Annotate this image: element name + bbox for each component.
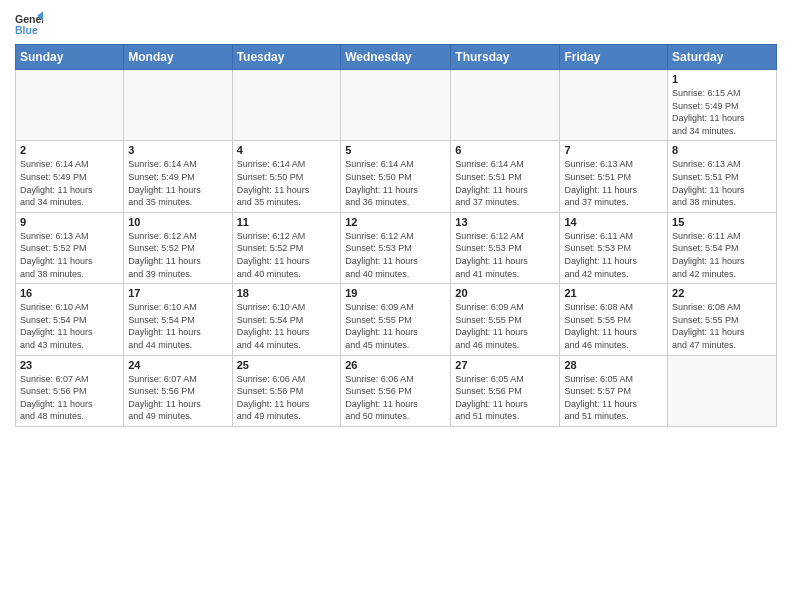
calendar-day-cell: 19Sunrise: 6:09 AM Sunset: 5:55 PM Dayli… xyxy=(341,284,451,355)
calendar-day-cell: 2Sunrise: 6:14 AM Sunset: 5:49 PM Daylig… xyxy=(16,141,124,212)
calendar-day-cell: 1Sunrise: 6:15 AM Sunset: 5:49 PM Daylig… xyxy=(668,70,777,141)
calendar-day-cell: 22Sunrise: 6:08 AM Sunset: 5:55 PM Dayli… xyxy=(668,284,777,355)
day-info: Sunrise: 6:14 AM Sunset: 5:49 PM Dayligh… xyxy=(128,158,227,208)
calendar-day-cell: 13Sunrise: 6:12 AM Sunset: 5:53 PM Dayli… xyxy=(451,212,560,283)
day-number: 26 xyxy=(345,359,446,371)
day-number: 16 xyxy=(20,287,119,299)
day-info: Sunrise: 6:10 AM Sunset: 5:54 PM Dayligh… xyxy=(20,301,119,351)
day-number: 20 xyxy=(455,287,555,299)
calendar-day-cell xyxy=(668,355,777,426)
day-number: 24 xyxy=(128,359,227,371)
day-info: Sunrise: 6:07 AM Sunset: 5:56 PM Dayligh… xyxy=(128,373,227,423)
day-info: Sunrise: 6:06 AM Sunset: 5:56 PM Dayligh… xyxy=(237,373,337,423)
day-info: Sunrise: 6:11 AM Sunset: 5:53 PM Dayligh… xyxy=(564,230,663,280)
day-info: Sunrise: 6:08 AM Sunset: 5:55 PM Dayligh… xyxy=(564,301,663,351)
day-number: 12 xyxy=(345,216,446,228)
day-info: Sunrise: 6:12 AM Sunset: 5:53 PM Dayligh… xyxy=(345,230,446,280)
weekday-header-saturday: Saturday xyxy=(668,45,777,70)
day-info: Sunrise: 6:06 AM Sunset: 5:56 PM Dayligh… xyxy=(345,373,446,423)
weekday-header-monday: Monday xyxy=(124,45,232,70)
calendar-day-cell: 24Sunrise: 6:07 AM Sunset: 5:56 PM Dayli… xyxy=(124,355,232,426)
calendar-day-cell: 23Sunrise: 6:07 AM Sunset: 5:56 PM Dayli… xyxy=(16,355,124,426)
calendar-day-cell: 18Sunrise: 6:10 AM Sunset: 5:54 PM Dayli… xyxy=(232,284,341,355)
day-info: Sunrise: 6:08 AM Sunset: 5:55 PM Dayligh… xyxy=(672,301,772,351)
day-info: Sunrise: 6:05 AM Sunset: 5:57 PM Dayligh… xyxy=(564,373,663,423)
day-number: 6 xyxy=(455,144,555,156)
day-number: 4 xyxy=(237,144,337,156)
day-info: Sunrise: 6:15 AM Sunset: 5:49 PM Dayligh… xyxy=(672,87,772,137)
calendar-day-cell xyxy=(124,70,232,141)
calendar-day-cell: 28Sunrise: 6:05 AM Sunset: 5:57 PM Dayli… xyxy=(560,355,668,426)
day-info: Sunrise: 6:11 AM Sunset: 5:54 PM Dayligh… xyxy=(672,230,772,280)
day-number: 23 xyxy=(20,359,119,371)
calendar-day-cell: 6Sunrise: 6:14 AM Sunset: 5:51 PM Daylig… xyxy=(451,141,560,212)
day-info: Sunrise: 6:09 AM Sunset: 5:55 PM Dayligh… xyxy=(455,301,555,351)
day-info: Sunrise: 6:12 AM Sunset: 5:52 PM Dayligh… xyxy=(128,230,227,280)
day-info: Sunrise: 6:07 AM Sunset: 5:56 PM Dayligh… xyxy=(20,373,119,423)
calendar-day-cell: 11Sunrise: 6:12 AM Sunset: 5:52 PM Dayli… xyxy=(232,212,341,283)
weekday-header-sunday: Sunday xyxy=(16,45,124,70)
calendar-day-cell: 17Sunrise: 6:10 AM Sunset: 5:54 PM Dayli… xyxy=(124,284,232,355)
day-number: 27 xyxy=(455,359,555,371)
calendar-day-cell: 5Sunrise: 6:14 AM Sunset: 5:50 PM Daylig… xyxy=(341,141,451,212)
day-number: 7 xyxy=(564,144,663,156)
calendar-day-cell: 14Sunrise: 6:11 AM Sunset: 5:53 PM Dayli… xyxy=(560,212,668,283)
day-number: 5 xyxy=(345,144,446,156)
day-number: 11 xyxy=(237,216,337,228)
day-info: Sunrise: 6:13 AM Sunset: 5:51 PM Dayligh… xyxy=(672,158,772,208)
day-number: 21 xyxy=(564,287,663,299)
calendar-day-cell: 4Sunrise: 6:14 AM Sunset: 5:50 PM Daylig… xyxy=(232,141,341,212)
day-number: 8 xyxy=(672,144,772,156)
calendar-day-cell: 25Sunrise: 6:06 AM Sunset: 5:56 PM Dayli… xyxy=(232,355,341,426)
day-info: Sunrise: 6:12 AM Sunset: 5:52 PM Dayligh… xyxy=(237,230,337,280)
day-info: Sunrise: 6:13 AM Sunset: 5:52 PM Dayligh… xyxy=(20,230,119,280)
calendar-day-cell: 21Sunrise: 6:08 AM Sunset: 5:55 PM Dayli… xyxy=(560,284,668,355)
calendar-day-cell: 27Sunrise: 6:05 AM Sunset: 5:56 PM Dayli… xyxy=(451,355,560,426)
svg-text:General: General xyxy=(15,13,43,25)
calendar-table: SundayMondayTuesdayWednesdayThursdayFrid… xyxy=(15,44,777,427)
logo: General Blue xyxy=(15,10,43,38)
calendar-day-cell: 3Sunrise: 6:14 AM Sunset: 5:49 PM Daylig… xyxy=(124,141,232,212)
day-info: Sunrise: 6:14 AM Sunset: 5:50 PM Dayligh… xyxy=(237,158,337,208)
svg-text:Blue: Blue xyxy=(15,24,38,36)
day-number: 22 xyxy=(672,287,772,299)
calendar-week-row: 9Sunrise: 6:13 AM Sunset: 5:52 PM Daylig… xyxy=(16,212,777,283)
calendar-day-cell: 20Sunrise: 6:09 AM Sunset: 5:55 PM Dayli… xyxy=(451,284,560,355)
calendar-day-cell xyxy=(232,70,341,141)
day-info: Sunrise: 6:09 AM Sunset: 5:55 PM Dayligh… xyxy=(345,301,446,351)
calendar-day-cell xyxy=(560,70,668,141)
day-info: Sunrise: 6:12 AM Sunset: 5:53 PM Dayligh… xyxy=(455,230,555,280)
day-number: 19 xyxy=(345,287,446,299)
day-number: 10 xyxy=(128,216,227,228)
day-info: Sunrise: 6:14 AM Sunset: 5:50 PM Dayligh… xyxy=(345,158,446,208)
calendar-day-cell: 26Sunrise: 6:06 AM Sunset: 5:56 PM Dayli… xyxy=(341,355,451,426)
calendar-day-cell: 9Sunrise: 6:13 AM Sunset: 5:52 PM Daylig… xyxy=(16,212,124,283)
calendar-day-cell: 16Sunrise: 6:10 AM Sunset: 5:54 PM Dayli… xyxy=(16,284,124,355)
day-info: Sunrise: 6:10 AM Sunset: 5:54 PM Dayligh… xyxy=(128,301,227,351)
day-number: 17 xyxy=(128,287,227,299)
calendar-day-cell: 15Sunrise: 6:11 AM Sunset: 5:54 PM Dayli… xyxy=(668,212,777,283)
calendar-day-cell xyxy=(341,70,451,141)
calendar-week-row: 1Sunrise: 6:15 AM Sunset: 5:49 PM Daylig… xyxy=(16,70,777,141)
day-number: 2 xyxy=(20,144,119,156)
calendar-day-cell: 10Sunrise: 6:12 AM Sunset: 5:52 PM Dayli… xyxy=(124,212,232,283)
page: General Blue SundayMondayTuesdayWednesda… xyxy=(0,0,792,437)
calendar-day-cell: 8Sunrise: 6:13 AM Sunset: 5:51 PM Daylig… xyxy=(668,141,777,212)
generalblue-logo-icon: General Blue xyxy=(15,10,43,38)
day-number: 13 xyxy=(455,216,555,228)
day-number: 28 xyxy=(564,359,663,371)
day-number: 25 xyxy=(237,359,337,371)
calendar-week-row: 16Sunrise: 6:10 AM Sunset: 5:54 PM Dayli… xyxy=(16,284,777,355)
day-number: 1 xyxy=(672,73,772,85)
calendar-week-row: 2Sunrise: 6:14 AM Sunset: 5:49 PM Daylig… xyxy=(16,141,777,212)
calendar-day-cell xyxy=(16,70,124,141)
calendar-week-row: 23Sunrise: 6:07 AM Sunset: 5:56 PM Dayli… xyxy=(16,355,777,426)
day-info: Sunrise: 6:14 AM Sunset: 5:49 PM Dayligh… xyxy=(20,158,119,208)
day-number: 9 xyxy=(20,216,119,228)
calendar-day-cell: 7Sunrise: 6:13 AM Sunset: 5:51 PM Daylig… xyxy=(560,141,668,212)
day-number: 14 xyxy=(564,216,663,228)
weekday-header-friday: Friday xyxy=(560,45,668,70)
day-info: Sunrise: 6:05 AM Sunset: 5:56 PM Dayligh… xyxy=(455,373,555,423)
weekday-header-tuesday: Tuesday xyxy=(232,45,341,70)
day-number: 18 xyxy=(237,287,337,299)
